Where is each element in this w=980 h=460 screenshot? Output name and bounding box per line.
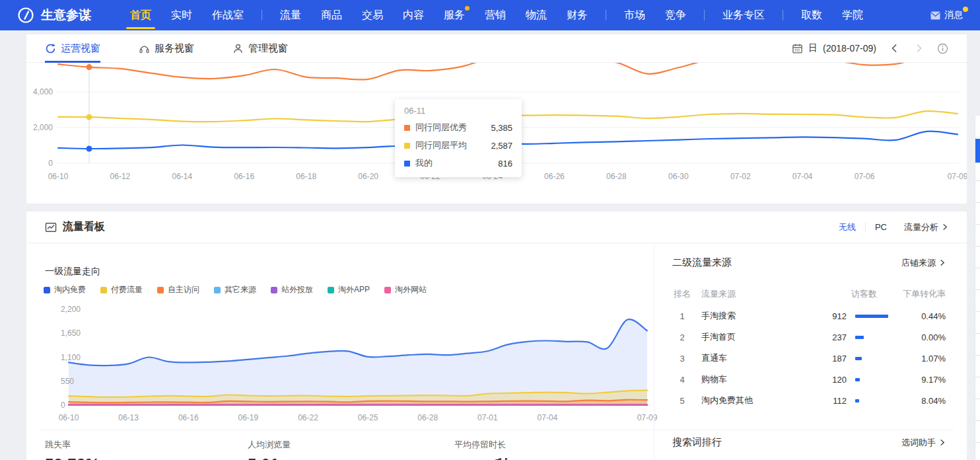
chart-legend: 淘内免费付费流量自主访问其它来源站外投放淘外APP淘外网站 xyxy=(44,284,427,295)
svg-text:06-25: 06-25 xyxy=(358,413,378,422)
svg-text:06-16: 06-16 xyxy=(234,172,254,181)
tooltip-date: 06-11 xyxy=(404,106,512,116)
sources-header: 二级流量来源 店铺来源 xyxy=(672,256,946,269)
info-icon[interactable] xyxy=(937,43,948,54)
stat-跳失率: 跳失率59.72% xyxy=(45,439,100,460)
legend-item-站外投放[interactable]: 站外投放 xyxy=(271,284,313,295)
user-icon xyxy=(232,43,244,54)
chevron-right-icon xyxy=(938,439,946,446)
tab-运营视窗[interactable]: 运营视窗 xyxy=(45,34,100,63)
scroll-thumb[interactable] xyxy=(975,139,980,163)
nav-item-财务[interactable]: 财务 xyxy=(567,0,588,30)
word-helper-link[interactable]: 选词助手 xyxy=(901,437,946,449)
chevron-right-icon xyxy=(938,259,946,266)
search-rank-header: 搜索词排行 选词助手 xyxy=(672,436,946,449)
source-row-直通车[interactable]: 3直通车1871.07% xyxy=(672,348,946,369)
source-row-手淘首页[interactable]: 2手淘首页2370.00% xyxy=(672,326,946,348)
nav-item-取数[interactable]: 取数 xyxy=(801,0,822,30)
svg-text:07-01: 07-01 xyxy=(477,413,498,422)
message-label: 消息 xyxy=(944,9,963,21)
nav-item-首页[interactable]: 首页 xyxy=(130,0,151,30)
mode-wireless[interactable]: 无线 xyxy=(839,221,856,233)
brand[interactable]: 生意参谋 xyxy=(17,7,91,24)
svg-text:07-09: 07-09 xyxy=(948,172,967,181)
svg-text:06-19: 06-19 xyxy=(238,413,259,422)
svg-text:07-02: 07-02 xyxy=(730,172,751,181)
next-day-button[interactable] xyxy=(913,43,924,54)
mode-pc[interactable]: PC xyxy=(875,222,887,232)
source-row-手淘搜索[interactable]: 1手淘搜索9120.44% xyxy=(672,305,946,326)
legend-item-自主访问[interactable]: 自主访问 xyxy=(157,284,199,295)
svg-text:06-13: 06-13 xyxy=(118,413,139,422)
chart-tooltip: 06-11 同行同层优秀5,385同行同层平均2,587我的816 xyxy=(395,99,522,177)
svg-text:07-04: 07-04 xyxy=(538,413,558,422)
nav-item-内容[interactable]: 内容 xyxy=(403,0,424,30)
nav-item-作战室[interactable]: 作战室 xyxy=(212,0,244,30)
nav-item-交易[interactable]: 交易 xyxy=(362,0,383,30)
window-tabbar: 运营视窗服务视窗管理视窗 日 (2018-07-09) xyxy=(26,34,967,63)
stat-人均浏览量: 人均浏览量5.01 xyxy=(248,439,291,460)
sources-column-headers: 排名 流量来源 访客数 下单转化率 xyxy=(672,288,946,300)
notification-dot xyxy=(963,7,968,12)
svg-text:06-30: 06-30 xyxy=(668,172,689,181)
tab-服务视窗[interactable]: 服务视窗 xyxy=(139,34,194,63)
right-scroll-rail[interactable] xyxy=(975,116,980,460)
legend-item-其它来源[interactable]: 其它来源 xyxy=(214,284,256,295)
tooltip-row: 同行同层优秀5,385 xyxy=(404,122,512,134)
compass-logo-icon xyxy=(17,7,34,24)
svg-text:550: 550 xyxy=(61,377,74,386)
tab-管理视窗[interactable]: 管理视窗 xyxy=(232,34,288,63)
legend-item-淘外网站[interactable]: 淘外网站 xyxy=(384,284,427,295)
page: 生意参谋 首页实时作战室流量商品交易内容服务营销物流财务市场竞争业务专区取数学院… xyxy=(0,0,980,460)
line-chart-icon xyxy=(45,221,57,233)
message-button[interactable]: 消息 xyxy=(930,9,963,21)
nav-item-业务专区[interactable]: 业务专区 xyxy=(722,0,765,30)
svg-text:2,200: 2,200 xyxy=(61,305,81,314)
date-picker[interactable]: 日 (2018-07-09) xyxy=(792,42,876,54)
envelope-icon xyxy=(930,11,940,20)
source-row-淘内免费其他[interactable]: 5淘内免费其他1128.04% xyxy=(672,390,946,411)
traffic-board-controls: 无线 PC 流量分析 xyxy=(839,221,948,233)
traffic-area-chart[interactable]: 05501,1001,6502,20006-1006-1306-1606-190… xyxy=(45,301,679,428)
svg-text:07-09: 07-09 xyxy=(637,413,658,422)
operations-window-card: 运营视窗服务视窗管理视窗 日 (2018-07-09) xyxy=(26,34,967,204)
divider xyxy=(865,223,866,231)
nav-item-服务[interactable]: 服务 xyxy=(444,0,465,30)
prev-day-button[interactable] xyxy=(890,43,900,54)
svg-text:06-28: 06-28 xyxy=(606,172,627,181)
legend-item-淘内免费[interactable]: 淘内免费 xyxy=(44,284,86,295)
legend-item-付费流量[interactable]: 付费流量 xyxy=(100,284,143,295)
svg-text:06-10: 06-10 xyxy=(48,172,69,181)
svg-text:1,100: 1,100 xyxy=(61,353,81,362)
nav-item-物流[interactable]: 物流 xyxy=(526,0,547,30)
nav-item-竞争[interactable]: 竞争 xyxy=(665,0,686,30)
traffic-analysis-link[interactable]: 流量分析 xyxy=(904,221,948,233)
svg-text:07-04: 07-04 xyxy=(792,172,813,181)
refresh-icon xyxy=(45,43,56,54)
svg-text:1,650: 1,650 xyxy=(61,328,81,338)
svg-text:06-16: 06-16 xyxy=(178,413,199,422)
nav-item-商品[interactable]: 商品 xyxy=(321,0,342,30)
date-value: (2018-07-09) xyxy=(823,43,876,54)
source-row-购物车[interactable]: 4购物车1209.17% xyxy=(672,369,946,390)
tooltip-row: 同行同层平均2,587 xyxy=(404,139,512,151)
divider xyxy=(40,430,954,430)
svg-text:06-22: 06-22 xyxy=(298,413,318,422)
tooltip-row: 我的816 xyxy=(404,157,512,169)
sources-title: 二级流量来源 xyxy=(672,256,732,269)
svg-text:0: 0 xyxy=(48,159,53,168)
legend-item-淘外APP[interactable]: 淘外APP xyxy=(328,284,370,295)
nav-item-市场[interactable]: 市场 xyxy=(624,0,645,30)
nav-item-实时[interactable]: 实时 xyxy=(171,0,192,30)
traffic-board-header: 流量看板 无线 PC 流量分析 xyxy=(26,211,967,243)
svg-text:06-12: 06-12 xyxy=(110,172,131,181)
calendar-icon xyxy=(792,43,803,54)
nav-item-营销[interactable]: 营销 xyxy=(485,0,506,30)
shop-sources-link[interactable]: 店铺来源 xyxy=(901,257,946,269)
stat-平均停留时长: 平均停留时长17.49秒 xyxy=(454,439,511,460)
nav-item-学院[interactable]: 学院 xyxy=(842,0,863,30)
svg-text:06-10: 06-10 xyxy=(59,413,79,422)
nav-item-流量[interactable]: 流量 xyxy=(280,0,301,30)
chevron-right-icon xyxy=(941,223,948,231)
svg-text:06-14: 06-14 xyxy=(172,172,193,181)
